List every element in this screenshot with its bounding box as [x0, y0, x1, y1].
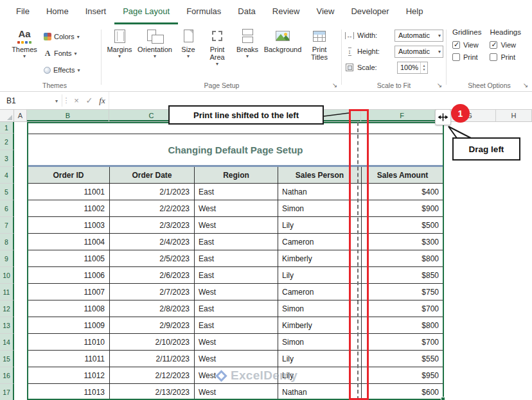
table-cell[interactable]: 2/5/2023 — [110, 250, 195, 267]
table-cell[interactable]: $700 — [362, 300, 444, 317]
column-header-f[interactable]: F — [361, 110, 443, 121]
table-cell[interactable]: $850 — [362, 267, 444, 284]
table-cell[interactable]: East — [195, 250, 278, 267]
background-button[interactable]: Background — [262, 24, 303, 67]
table-cell[interactable]: 11005 — [28, 250, 110, 267]
row-header-2[interactable]: 2 — [0, 134, 14, 150]
table-cell[interactable]: 11013 — [28, 384, 110, 400]
page-setup-dialog-launcher-icon[interactable]: ↘ — [330, 81, 339, 90]
table-cell[interactable]: 2/2/2023 — [110, 200, 195, 217]
table-cell[interactable]: Lily — [278, 367, 362, 384]
table-cell[interactable]: 2/3/2023 — [110, 217, 195, 234]
table-cell[interactable]: 11007 — [28, 284, 110, 300]
row-header-10[interactable]: 10 — [0, 267, 14, 284]
table-cell[interactable]: West — [195, 351, 278, 367]
headings-print-checkbox[interactable]: Print — [490, 53, 521, 61]
tab-insert[interactable]: Insert — [77, 0, 115, 24]
table-cell[interactable]: East — [195, 184, 278, 200]
row-header-4[interactable]: 4 — [0, 167, 14, 184]
row-header-11[interactable]: 11 — [0, 284, 14, 300]
table-header-cell[interactable]: Order ID — [28, 167, 110, 184]
table-cell[interactable]: Kimberly — [278, 317, 362, 334]
table-header-cell[interactable]: Sales Amount — [362, 167, 444, 184]
column-header-a[interactable]: A — [14, 110, 27, 121]
table-cell[interactable]: Lily — [278, 267, 362, 284]
cancel-icon[interactable]: × — [70, 92, 83, 109]
table-cell[interactable]: West — [195, 367, 278, 384]
table-cell[interactable]: $400 — [362, 184, 444, 200]
table-cell[interactable]: Nathan — [278, 384, 362, 400]
column-header-b[interactable]: B — [27, 110, 109, 121]
table-cell[interactable]: 2/10/2023 — [110, 334, 195, 351]
margins-button[interactable]: Margins ▾ — [104, 24, 135, 67]
table-cell[interactable]: West — [195, 384, 278, 400]
table-header-cell[interactable]: Region — [195, 167, 278, 184]
effects-button[interactable]: Effects ▾ — [44, 64, 80, 76]
table-cell[interactable]: Cameron — [278, 234, 362, 250]
table-header-cell[interactable]: Sales Person — [278, 167, 362, 184]
enter-icon[interactable]: ✓ — [83, 92, 96, 109]
tab-review[interactable]: Review — [264, 0, 308, 24]
row-header-12[interactable]: 12 — [0, 300, 14, 317]
table-cell[interactable]: 11001 — [28, 184, 110, 200]
table-cell[interactable]: 11008 — [28, 300, 110, 317]
insert-function-icon[interactable]: fx — [96, 92, 109, 109]
tab-developer[interactable]: Developer — [342, 0, 397, 24]
table-cell[interactable]: $600 — [362, 384, 444, 400]
sheet-options-dialog-launcher-icon[interactable]: ↘ — [521, 81, 530, 90]
row-header-9[interactable]: 9 — [0, 250, 14, 267]
gridlines-view-checkbox[interactable]: View — [452, 41, 481, 49]
tab-formulas[interactable]: Formulas — [178, 0, 229, 24]
table-title[interactable]: Changing Default Page Setup — [28, 134, 444, 167]
row-header-1[interactable]: 1 — [0, 122, 14, 134]
table-cell[interactable]: 2/6/2023 — [110, 267, 195, 284]
tab-page-layout[interactable]: Page Layout — [114, 0, 178, 24]
print-titles-button[interactable]: Print Titles — [303, 24, 335, 67]
table-cell[interactable]: West — [195, 217, 278, 234]
checkbox-icon[interactable] — [452, 41, 460, 49]
checkbox-icon[interactable] — [490, 53, 497, 61]
table-cell[interactable]: $950 — [362, 367, 444, 384]
table-cell[interactable]: 2/1/2023 — [110, 184, 195, 200]
table-cell[interactable]: West — [195, 284, 278, 300]
table-cell[interactable]: $300 — [362, 234, 444, 250]
table-cell[interactable]: $700 — [362, 334, 444, 351]
colors-button[interactable]: Colors ▾ — [44, 30, 80, 43]
fonts-button[interactable]: Fonts ▾ — [44, 47, 80, 60]
table-header-cell[interactable]: Order Date — [110, 167, 195, 184]
row-header-5[interactable]: 5 — [0, 184, 14, 200]
tab-help[interactable]: Help — [398, 0, 432, 24]
table-cell[interactable]: Cameron — [278, 284, 362, 300]
orientation-button[interactable]: Orientation ▾ — [135, 24, 175, 67]
table-cell[interactable]: 2/7/2023 — [110, 284, 195, 300]
table-cell[interactable]: Simon — [278, 334, 362, 351]
table-cell[interactable]: 11009 — [28, 317, 110, 334]
tab-home[interactable]: Home — [38, 0, 77, 24]
table-cell[interactable]: $800 — [362, 250, 444, 267]
width-dropdown[interactable]: Automatic ▾ — [395, 30, 443, 42]
table-cell[interactable]: West — [195, 200, 278, 217]
tab-data[interactable]: Data — [229, 0, 263, 24]
table-cell[interactable]: $550 — [362, 351, 444, 367]
spinner-arrows-icon[interactable]: ▲▼ — [420, 62, 427, 73]
height-dropdown[interactable]: Automatic ▾ — [395, 46, 443, 58]
tab-view[interactable]: View — [308, 0, 342, 24]
table-cell[interactable]: Nathan — [278, 184, 362, 200]
row-header-3[interactable]: 3 — [0, 150, 14, 167]
table-cell[interactable]: East — [195, 267, 278, 284]
row-header-15[interactable]: 15 — [0, 351, 14, 367]
size-button[interactable]: Size ▾ — [175, 24, 202, 67]
column-header-h[interactable]: H — [496, 110, 532, 121]
select-all-corner[interactable] — [0, 110, 14, 121]
row-header-7[interactable]: 7 — [0, 217, 14, 234]
table-cell[interactable]: 2/8/2023 — [110, 300, 195, 317]
table-cell[interactable]: 11006 — [28, 267, 110, 284]
print-area-button[interactable]: Print Area ▾ — [202, 24, 233, 67]
table-cell[interactable]: 2/4/2023 — [110, 234, 195, 250]
row-header-6[interactable]: 6 — [0, 200, 14, 217]
table-cell[interactable]: Kimberly — [278, 250, 362, 267]
table-cell[interactable]: 11011 — [28, 351, 110, 367]
table-cell[interactable]: 2/9/2023 — [110, 317, 195, 334]
table-cell[interactable]: East — [195, 234, 278, 250]
table-cell[interactable]: 11002 — [28, 200, 110, 217]
